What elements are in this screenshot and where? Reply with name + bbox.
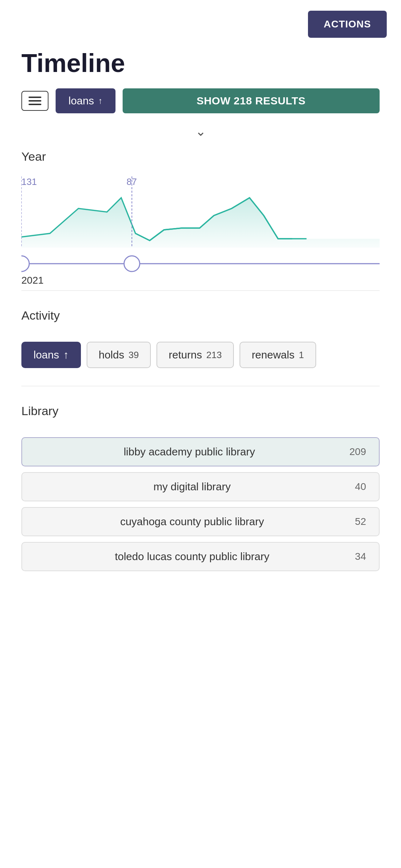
holds-chip-label: holds bbox=[99, 349, 124, 361]
mydigital-library-count: 40 bbox=[355, 481, 366, 492]
header: ACTIONS bbox=[0, 0, 401, 41]
toledo-library-name: toledo lucas county public library bbox=[35, 551, 349, 563]
library-chip-libby[interactable]: libby academy public library 209 bbox=[21, 437, 380, 466]
libby-library-name: libby academy public library bbox=[35, 446, 344, 458]
hamburger-line bbox=[29, 100, 41, 102]
library-section: Library bbox=[0, 397, 401, 434]
range-slider[interactable] bbox=[21, 255, 380, 273]
year-section: Year 131 87 bbox=[0, 143, 401, 280]
page-title: Timeline bbox=[0, 41, 401, 85]
returns-count: 213 bbox=[206, 350, 222, 361]
library-filters: libby academy public library 209 my digi… bbox=[0, 434, 401, 578]
chevron-divider: ⌄ bbox=[0, 120, 401, 143]
library-chip-mydigital[interactable]: my digital library 40 bbox=[21, 472, 380, 501]
svg-point-3 bbox=[21, 256, 29, 272]
activity-filters: loans ↑ holds 39 returns 213 renewals 1 bbox=[0, 338, 401, 375]
divider-1 bbox=[21, 290, 380, 291]
hamburger-button[interactable] bbox=[21, 91, 48, 111]
activity-filter-returns[interactable]: returns 213 bbox=[156, 342, 234, 368]
hamburger-line bbox=[29, 97, 41, 98]
chevron-down-icon: ⌄ bbox=[195, 124, 206, 139]
library-chip-toledo[interactable]: toledo lucas county public library 34 bbox=[21, 542, 380, 571]
range-slider-container bbox=[21, 255, 380, 273]
activity-filter-loans[interactable]: loans ↑ bbox=[21, 342, 81, 368]
actions-button[interactable]: ACTIONS bbox=[308, 11, 387, 38]
loans-label: loans bbox=[68, 95, 94, 107]
returns-chip-label: returns bbox=[169, 349, 202, 361]
loans-filter-button[interactable]: loans ↑ bbox=[56, 88, 115, 113]
chart-container: 131 87 bbox=[21, 176, 380, 269]
renewals-count: 1 bbox=[299, 350, 304, 361]
activity-section-label: Activity bbox=[21, 309, 380, 322]
year-range-row: 2021 2022 bbox=[21, 275, 380, 286]
mydigital-library-name: my digital library bbox=[35, 481, 349, 493]
renewals-chip-label: renewals bbox=[252, 349, 294, 361]
cuyahoga-library-name: cuyahoga county public library bbox=[35, 516, 349, 528]
chart-right-value: 87 bbox=[127, 176, 137, 187]
show-results-button[interactable]: SHOW 218 RESULTS bbox=[123, 88, 380, 113]
year-section-label: Year bbox=[21, 150, 380, 164]
timeline-chart bbox=[21, 176, 380, 255]
library-chip-cuyahoga[interactable]: cuyahoga county public library 52 bbox=[21, 507, 380, 536]
activity-filter-renewals[interactable]: renewals 1 bbox=[240, 342, 316, 368]
hamburger-line bbox=[29, 104, 41, 105]
cuyahoga-library-count: 52 bbox=[355, 516, 366, 527]
filter-bar: loans ↑ SHOW 218 RESULTS bbox=[0, 85, 401, 120]
holds-count: 39 bbox=[128, 350, 139, 361]
loans-chip-label: loans bbox=[34, 349, 59, 361]
activity-section: Activity bbox=[0, 301, 401, 338]
chart-left-value: 131 bbox=[21, 176, 37, 187]
svg-point-4 bbox=[124, 256, 140, 272]
loans-arrow-icon: ↑ bbox=[63, 349, 69, 361]
year-left-label: 2021 bbox=[21, 275, 43, 286]
divider-2 bbox=[21, 386, 380, 386]
toledo-library-count: 34 bbox=[355, 551, 366, 562]
sort-arrow-icon: ↑ bbox=[98, 96, 103, 106]
library-section-label: Library bbox=[21, 404, 380, 418]
activity-filter-holds[interactable]: holds 39 bbox=[87, 342, 151, 368]
libby-library-count: 209 bbox=[349, 446, 366, 458]
